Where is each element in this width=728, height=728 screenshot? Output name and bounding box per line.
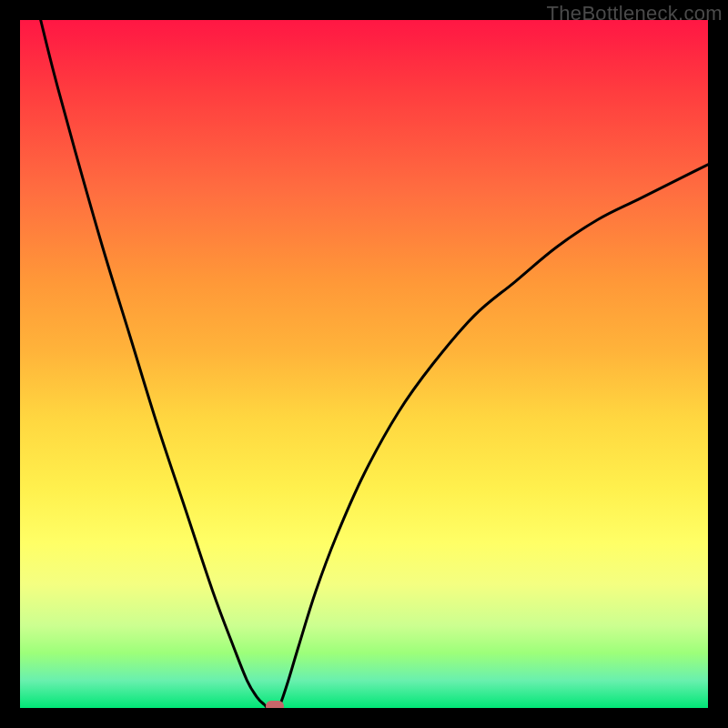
optimal-marker	[266, 701, 284, 708]
bottleneck-curve	[20, 20, 708, 708]
chart-area	[20, 20, 708, 708]
watermark-text: TheBottleneck.com	[547, 2, 723, 25]
